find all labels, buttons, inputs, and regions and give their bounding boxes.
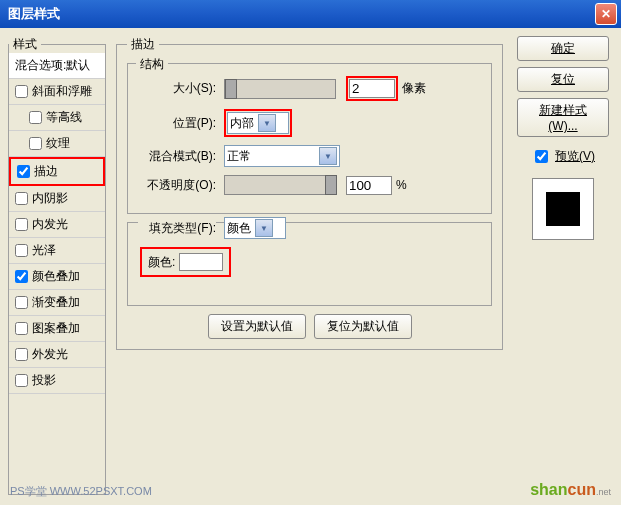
opacity-slider[interactable] <box>224 175 336 195</box>
set-default-button[interactable]: 设置为默认值 <box>208 314 306 339</box>
size-label: 大小(S): <box>138 80 216 97</box>
style-stroke[interactable]: 描边 <box>9 157 105 186</box>
close-button[interactable]: ✕ <box>595 3 617 25</box>
style-bevel[interactable]: 斜面和浮雕 <box>9 79 105 105</box>
styles-fieldset: 样式 混合选项:默认 斜面和浮雕 等高线 纹理 描边 内阴影 内发光 光泽 颜色… <box>8 36 106 495</box>
style-gradient-overlay[interactable]: 渐变叠加 <box>9 290 105 316</box>
blend-options[interactable]: 混合选项:默认 <box>9 53 105 79</box>
checkbox[interactable] <box>15 322 28 335</box>
style-texture[interactable]: 纹理 <box>9 131 105 157</box>
chevron-down-icon: ▼ <box>319 147 337 165</box>
dialog-title: 图层样式 <box>4 5 595 23</box>
checkbox[interactable] <box>15 192 28 205</box>
fill-group: 填充类型(F): 颜色 ▼ 颜色: <box>127 222 492 306</box>
checkbox[interactable] <box>15 374 28 387</box>
blend-mode-label: 混合模式(B): <box>138 148 216 165</box>
structure-group: 结构 大小(S): 像素 位置(P): 内部 ▼ <box>127 63 492 214</box>
ok-button[interactable]: 确定 <box>517 36 609 61</box>
checkbox[interactable] <box>29 111 42 124</box>
preview-swatch <box>546 192 580 226</box>
opacity-label: 不透明度(O): <box>138 177 216 194</box>
structure-label: 结构 <box>136 56 168 73</box>
checkbox[interactable] <box>29 137 42 150</box>
reset-default-button[interactable]: 复位为默认值 <box>314 314 412 339</box>
fill-type-label: 填充类型(F): <box>138 220 216 237</box>
style-color-overlay[interactable]: 颜色叠加 <box>9 264 105 290</box>
style-contour[interactable]: 等高线 <box>9 105 105 131</box>
size-slider[interactable] <box>224 79 336 99</box>
color-label: 颜色: <box>148 254 175 271</box>
style-pattern-overlay[interactable]: 图案叠加 <box>9 316 105 342</box>
checkbox[interactable] <box>15 85 28 98</box>
cancel-button[interactable]: 复位 <box>517 67 609 92</box>
watermark-right: shancun.net <box>530 481 611 499</box>
position-combo[interactable]: 内部 ▼ <box>227 112 289 134</box>
opacity-input[interactable] <box>346 176 392 195</box>
checkbox[interactable] <box>15 218 28 231</box>
checkbox[interactable] <box>15 270 28 283</box>
style-satin[interactable]: 光泽 <box>9 238 105 264</box>
color-swatch[interactable] <box>179 253 223 271</box>
style-inner-shadow[interactable]: 内阴影 <box>9 186 105 212</box>
checkbox[interactable] <box>17 165 30 178</box>
checkbox[interactable] <box>15 244 28 257</box>
opacity-unit: % <box>396 178 407 192</box>
fill-type-combo[interactable]: 颜色 ▼ <box>224 217 286 239</box>
size-unit: 像素 <box>402 80 426 97</box>
titlebar: 图层样式 ✕ <box>0 0 621 28</box>
style-inner-glow[interactable]: 内发光 <box>9 212 105 238</box>
style-drop-shadow[interactable]: 投影 <box>9 368 105 394</box>
position-label: 位置(P): <box>138 115 216 132</box>
new-style-button[interactable]: 新建样式(W)... <box>517 98 609 137</box>
preview-label: 预览(V) <box>555 148 595 165</box>
stroke-title: 描边 <box>127 36 159 53</box>
preview-box <box>532 178 594 240</box>
size-input[interactable] <box>349 79 395 98</box>
stroke-panel: 描边 结构 大小(S): 像素 位置(P): 内部 <box>116 36 503 350</box>
watermark-left: PS学堂 WWW.52PSXT.COM <box>10 484 152 499</box>
styles-header: 样式 <box>9 36 41 53</box>
blend-mode-combo[interactable]: 正常 ▼ <box>224 145 340 167</box>
checkbox[interactable] <box>15 348 28 361</box>
chevron-down-icon: ▼ <box>255 219 273 237</box>
checkbox[interactable] <box>15 296 28 309</box>
chevron-down-icon: ▼ <box>258 114 276 132</box>
style-outer-glow[interactable]: 外发光 <box>9 342 105 368</box>
preview-checkbox[interactable] <box>535 150 548 163</box>
